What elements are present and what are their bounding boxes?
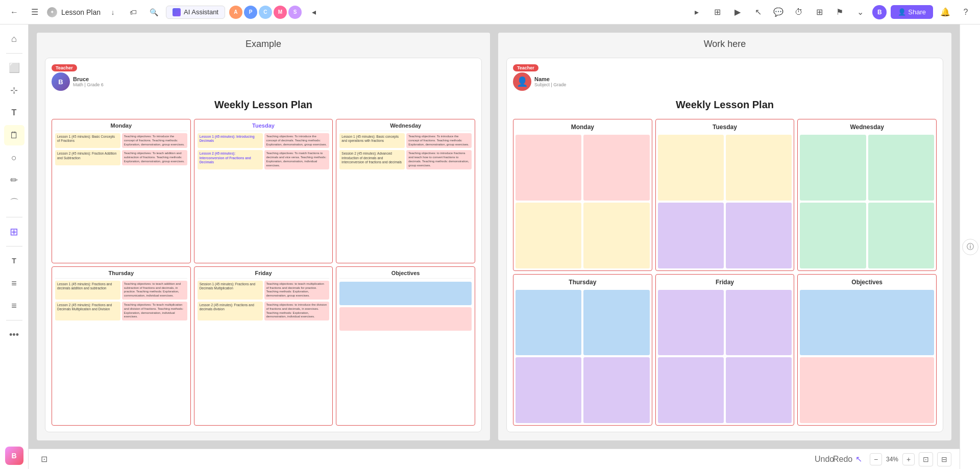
share-button[interactable]: 👤 Share	[891, 5, 933, 19]
work-fri-sticky-4[interactable]	[726, 357, 792, 423]
work-day-grid: Monday	[513, 119, 937, 426]
bottom-left-controls: ⊡	[37, 452, 51, 466]
work-thu-sticky-4[interactable]	[583, 357, 649, 423]
work-fri-sticky-1[interactable]	[658, 290, 724, 356]
work-obj-sticky-2[interactable]	[800, 357, 934, 423]
work-mon-sticky-1[interactable]	[516, 135, 581, 201]
bottom-bar: ⊡ Undo Redo ↖ − 34% + ⊡ ⊟	[29, 449, 960, 469]
work-panel-label: Work here	[498, 33, 951, 54]
work-mon-sticky-3[interactable]	[516, 203, 581, 268]
work-objectives-cell: Objectives	[797, 274, 937, 426]
comment-button[interactable]: 💬	[770, 4, 787, 20]
zoom-out-button[interactable]: −	[870, 453, 882, 465]
sidebar-multiline-btn[interactable]: ≡	[4, 295, 24, 316]
sidebar-text2-btn[interactable]: T	[4, 251, 24, 271]
work-tue-sticky-2[interactable]	[726, 135, 792, 201]
example-thursday-header: Thursday	[55, 270, 187, 279]
sidebar-divider-4	[6, 320, 22, 320]
sidebar-text-btn[interactable]: T	[4, 103, 24, 123]
current-user-avatar: B	[872, 5, 887, 19]
work-obj-sticky-1[interactable]	[800, 290, 934, 356]
canvas-area: Example Teacher B Bruce Math	[29, 24, 960, 469]
sidebar-divider-3	[6, 246, 22, 246]
ai-assistant-button[interactable]: AI Assistant	[166, 6, 225, 19]
help-button[interactable]: ?	[958, 4, 974, 20]
work-mon-sticky-4[interactable]	[583, 203, 649, 268]
example-fri-lesson1-main: Session 1 (45 minutes): Fractions and De…	[198, 281, 263, 300]
forward-button[interactable]: ▸	[689, 4, 705, 20]
timer-button[interactable]: ⏱	[791, 4, 807, 20]
work-teacher-name: Name	[534, 76, 566, 82]
example-tuesday-header: Tuesday	[198, 122, 330, 131]
sidebar-more-btn[interactable]: ⊞	[4, 221, 24, 242]
play-button[interactable]: ▶	[729, 4, 746, 20]
back-button[interactable]: ←	[6, 4, 22, 20]
sidebar-frame-btn[interactable]: ⬜	[4, 58, 24, 78]
work-friday-row1	[658, 290, 792, 356]
info-button[interactable]: ⓘ	[962, 239, 978, 255]
notifications-button[interactable]: 🔔	[937, 4, 953, 20]
map-view-button[interactable]: ⊡	[37, 452, 51, 466]
undo-button[interactable]: Undo	[815, 452, 829, 466]
zoom-in-button[interactable]: +	[902, 453, 915, 465]
work-mon-sticky-2[interactable]	[583, 135, 649, 201]
example-tue-lesson1-main: Lesson 1 (45 minutes): Introducing Decim…	[198, 133, 263, 148]
example-teacher-subject: Math | Grade 6	[73, 82, 104, 87]
work-thursday-stickies	[513, 288, 652, 426]
work-teacher-details: Name Subject | Grade	[534, 76, 566, 87]
example-wed-lesson1-notes: Teaching objectives: To introduce the co…	[406, 133, 472, 148]
example-wed-lesson1-main: Lesson 1 (45 minutes): Basic concepts an…	[339, 133, 405, 148]
zoom-level: 34%	[884, 456, 900, 463]
collapse-button[interactable]: ◂	[306, 4, 322, 20]
menu-button[interactable]: ☰	[27, 4, 43, 20]
sidebar-pen-btn[interactable]: ✏	[4, 170, 24, 190]
work-thursday-header: Thursday	[513, 275, 652, 288]
doc-title: Lesson Plan	[61, 8, 101, 16]
example-mon-lesson1-notes: Teaching objectives: To introduce the co…	[122, 133, 187, 148]
layout-button[interactable]: ⊞	[811, 4, 827, 20]
example-objectives-cell: Objectives	[336, 266, 475, 426]
example-panel-content: Teacher B Bruce Math | Grade 6	[37, 54, 490, 440]
example-friday-lesson2: Lesson 2 (45 minutes): Fractions and dec…	[198, 302, 330, 320]
work-tue-sticky-3[interactable]	[658, 203, 724, 268]
work-fri-sticky-2[interactable]	[726, 290, 792, 356]
sidebar-shapes-btn[interactable]: ○	[4, 147, 24, 168]
example-teacher-section: Teacher B Bruce Math | Grade 6	[52, 64, 475, 91]
example-fri-lesson2-main: Lesson 2 (45 minutes): Fractions and dec…	[198, 302, 263, 320]
work-tue-sticky-4[interactable]	[726, 203, 792, 268]
minimap-button[interactable]: ⊟	[937, 452, 951, 466]
share-label: Share	[908, 8, 926, 16]
work-wed-sticky-3[interactable]	[800, 203, 866, 268]
fit-view-button[interactable]: ⊡	[919, 452, 933, 466]
sidebar-connector-btn[interactable]: ⌒	[4, 192, 24, 213]
add-frame-button[interactable]: ⊞	[709, 4, 725, 20]
tag-button[interactable]: 🏷	[125, 4, 141, 20]
work-wed-sticky-1[interactable]	[800, 135, 866, 201]
work-fri-sticky-3[interactable]	[658, 357, 724, 423]
left-sidebar: ⌂ ⬜ ⊹ T 🗒 ○ ✏ ⌒ ⊞ T ≡ ≡ ••• B	[0, 24, 29, 469]
work-wed-sticky-4[interactable]	[868, 203, 934, 268]
cursor-mode-button[interactable]: ↖	[851, 452, 866, 466]
pointer-button[interactable]: ↖	[750, 4, 766, 20]
sidebar-select-btn[interactable]: ⊹	[4, 80, 24, 101]
work-thu-sticky-3[interactable]	[516, 357, 581, 423]
example-friday-lesson1: Session 1 (45 minutes): Fractions and De…	[198, 281, 330, 300]
download-button[interactable]: ↓	[105, 4, 121, 20]
sidebar-extra-btn[interactable]: •••	[4, 325, 24, 345]
work-wed-sticky-2[interactable]	[868, 135, 934, 201]
toolbar-right: ▸ ⊞ ▶ ↖ 💬 ⏱ ⊞ ⚑ ⌄ B 👤 Share 🔔 ?	[492, 4, 974, 20]
work-teacher-tag: Teacher	[513, 64, 538, 71]
work-thu-sticky-2[interactable]	[583, 290, 649, 356]
sidebar-list-btn[interactable]: ≡	[4, 273, 24, 293]
example-tuesday-lesson1: Lesson 1 (45 minutes): Introducing Decim…	[198, 133, 330, 148]
expand-button[interactable]: ⌄	[852, 4, 868, 20]
sidebar-sticky-btn[interactable]: 🗒	[4, 125, 24, 145]
work-tue-sticky-1[interactable]	[658, 135, 724, 201]
work-thursday-cell: Thursday	[513, 274, 652, 426]
sidebar-home-btn[interactable]: ⌂	[4, 29, 24, 49]
example-obj-sticky-1	[339, 282, 472, 305]
search-button[interactable]: 🔍	[145, 4, 162, 20]
work-thu-sticky-1[interactable]	[516, 290, 581, 356]
redo-button[interactable]: Redo	[833, 452, 847, 466]
flag-button[interactable]: ⚑	[831, 4, 848, 20]
